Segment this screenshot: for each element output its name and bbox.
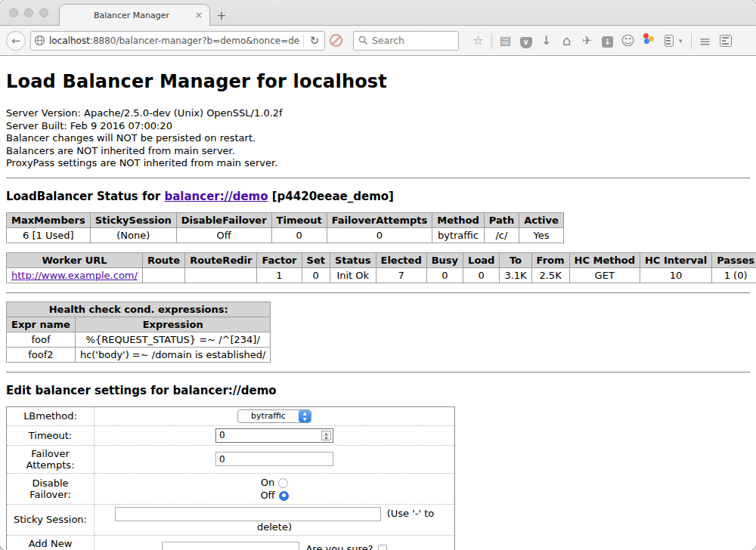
divider [6,292,750,294]
table-cell: 1 [257,267,302,283]
column-header: Passes [712,252,756,267]
column-header: RouteRedir [185,252,257,267]
balancer-settings-form: LBmethod: bytraffic ▲▼ Timeout: ▲▼ [6,406,455,550]
failover-attempts-label: Failover Attempts: [7,445,94,473]
table-cell: (None) [90,227,176,243]
off-radio-label: Off [260,490,274,501]
column-header: Factor [257,252,302,267]
column-header: FailoverAttempts [327,212,432,227]
content-blocked-icon[interactable] [330,34,342,47]
column-header: Route [142,252,184,267]
close-window-button[interactable] [9,8,18,17]
column-header: Set [302,252,330,267]
divider [6,372,750,373]
window-controls [9,8,48,17]
balancer-demo-link[interactable]: balancer://demo [164,190,268,203]
timeout-row: Timeout: ▲▼ [7,425,455,445]
add-worker-input[interactable] [162,542,299,550]
toolbar-icons: ☆ ▤ ∨ ↓ ⌂ ✈ ↓ ☺ ▾ ≡ [468,31,736,51]
table-cell: 2.5K [531,267,569,283]
table-cell: 10 [640,267,711,283]
health-table-title: Health check cond. expressions: [7,301,271,317]
url-text[interactable]: localhost:8880/balancer-manager?b=demo&n… [49,36,299,46]
server-info-line: Server Built: Feb 9 2016 07:00:20 [6,120,750,133]
table-cell: /c/ [484,227,519,243]
feedback-smiley-icon[interactable]: ☺ [618,31,638,51]
table-cell: 3.1K [500,267,531,283]
server-info-line: ProxyPass settings are NOT inherited fro… [6,157,750,170]
tab-balancer-manager[interactable]: Balancer Manager × [59,4,210,26]
save-to-device-icon[interactable]: ↓ [597,31,618,51]
reload-icon[interactable]: ↻ [308,34,321,48]
downloads-icon[interactable]: ↓ [536,31,556,51]
colored-dots-extension-icon[interactable] [638,31,658,51]
server-info-line: Balancer changes will NOT be persisted o… [6,132,750,145]
table-cell: bytraffic [432,227,484,243]
failover-attempts-input[interactable] [215,452,333,466]
menu-hamburger-icon[interactable]: ≡ [695,31,715,51]
expr-name-cell: foof2 [7,347,76,362]
on-radio-label: On [261,477,274,488]
sticky-session-row: Sticky Session: (Use '-' to delete) [7,504,455,535]
sticky-session-input[interactable] [115,507,381,521]
url-bar[interactable]: localhost:8880/balancer-manager?b=demo&n… [30,31,325,51]
column-header: Expr name [7,317,76,332]
column-header: Active [519,212,564,227]
table-cell [185,267,257,283]
column-header: Load [463,252,500,267]
site-identity-globe-icon[interactable] [34,35,45,46]
are-you-sure-checkbox[interactable] [378,545,387,550]
search-placeholder: Search [372,35,404,46]
table-cell: 0 [426,267,463,283]
page-content: Load Balancer Manager for localhost Serv… [0,56,756,550]
table-cell: 0 [271,227,327,243]
table-cell: 0 [302,267,330,283]
browser-window: Balancer Manager × + ← localhost:8880/ba… [0,0,756,550]
navigation-toolbar: ← localhost:8880/balancer-manager?b=demo… [0,26,756,56]
table-cell: 0 [463,267,500,283]
column-header: Expression [75,317,271,332]
column-header: Elected [376,252,426,267]
tab-close-icon[interactable]: × [193,9,205,21]
expr-name-cell: foof [7,332,76,347]
minimize-window-button[interactable] [24,8,33,17]
url-path: :8880/balancer-manager?b=demo&nonce=decc… [90,36,299,46]
expression-cell: %{REQUEST_STATUS} =~ /^[234]/ [75,332,271,347]
edit-settings-heading: Edit balancer settings for balancer://de… [6,384,750,397]
disable-failover-row: Disable Failover: On Off [7,473,455,504]
divider [6,178,750,179]
column-header: DisableFailover [176,212,271,227]
worker-url-link[interactable]: http://www.example.com/ [11,270,138,281]
table-cell: 7 [376,267,426,283]
container-icon[interactable] [658,31,679,51]
table-cell: 6 [1 Used] [7,227,91,243]
expression-cell: hc('body') =~ /domain is established/ [75,347,271,362]
lbmethod-select[interactable]: bytraffic ▲▼ [237,409,311,423]
send-page-icon[interactable]: ✈ [577,31,597,51]
column-header: From [531,252,569,267]
timeout-input[interactable] [215,428,333,443]
bookmark-star-icon[interactable]: ☆ [468,31,488,51]
failover-attempts-row: Failover Attempts: [7,445,455,473]
number-spinner-icon[interactable]: ▲▼ [321,431,331,440]
reading-list-icon[interactable]: ▤ [495,31,516,51]
column-header: HC Method [569,252,640,267]
timeout-label: Timeout: [7,425,94,445]
home-icon[interactable]: ⌂ [556,31,577,51]
grid-panel-icon[interactable] [715,31,736,51]
on-radio[interactable] [278,478,288,488]
off-radio[interactable] [279,491,289,501]
pocket-icon[interactable]: ∨ [516,31,536,51]
column-header: HC Interval [640,252,711,267]
tab-title: Balancer Manager [60,11,193,20]
column-header: Worker URL [7,252,143,267]
toolbar-separator [691,33,692,48]
chevron-down-icon[interactable]: ▾ [679,37,688,45]
status-heading: LoadBalancer Status for balancer://demo … [6,190,750,203]
server-info-line: Balancers are NOT inherited from main se… [6,145,750,158]
new-tab-button[interactable]: + [210,6,233,26]
table-cell: 0 [327,227,432,243]
zoom-window-button[interactable] [39,8,48,17]
search-bar[interactable]: Search [353,31,459,51]
back-button[interactable]: ← [6,31,26,51]
